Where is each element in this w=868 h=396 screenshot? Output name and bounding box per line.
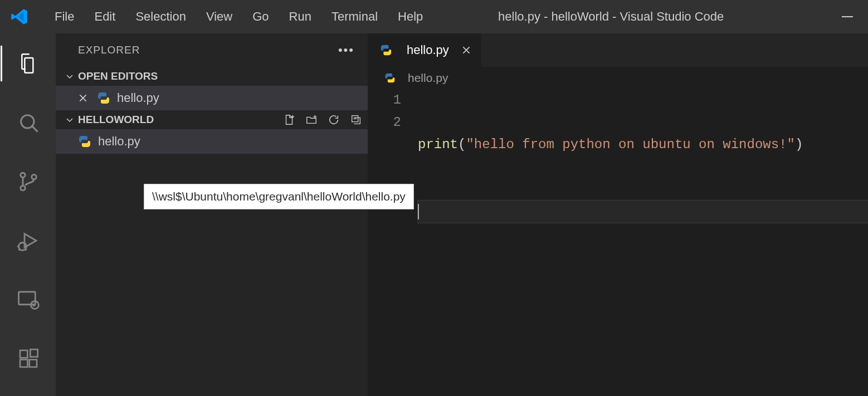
extensions-icon	[17, 348, 40, 370]
code-line[interactable]	[418, 201, 868, 223]
svg-point-5	[32, 175, 36, 179]
window-title: hello.py - helloWorld - Visual Studio Co…	[433, 9, 833, 24]
file-tree-item[interactable]: hello.py	[56, 129, 368, 154]
activity-remote[interactable]	[1, 282, 56, 317]
python-file-icon	[78, 135, 98, 148]
titlebar: File Edit Selection View Go Run Terminal…	[0, 0, 868, 33]
open-editors-header[interactable]: OPEN EDITORS	[56, 67, 368, 86]
debug-icon	[17, 229, 40, 252]
menu-run[interactable]: Run	[279, 6, 321, 27]
close-icon[interactable]	[78, 93, 92, 103]
svg-rect-14	[30, 360, 37, 367]
svg-line-8	[26, 250, 27, 251]
code-editor[interactable]: 1 2 print("hello from python on ubuntu o…	[368, 89, 868, 267]
tab-label: hello.py	[407, 43, 449, 57]
svg-point-1	[21, 115, 34, 128]
editor-tabs: hello.py	[368, 33, 868, 67]
menu-bar: File Edit Selection View Go Run Terminal…	[45, 6, 433, 27]
activity-extensions[interactable]	[1, 341, 56, 377]
svg-rect-0	[842, 16, 853, 17]
new-file-icon[interactable]	[283, 114, 295, 126]
activity-explorer[interactable]	[1, 46, 56, 81]
activity-search[interactable]	[1, 105, 56, 140]
open-editor-item[interactable]: hello.py	[56, 86, 368, 110]
file-path-tooltip: \\wsl$\Ubuntu\home\gregvanl\helloWorld\h…	[144, 184, 414, 209]
more-actions-icon[interactable]: •••	[338, 43, 354, 57]
chevron-down-icon	[65, 71, 75, 81]
remote-icon	[17, 288, 40, 311]
python-file-icon	[97, 91, 117, 105]
activity-source-control[interactable]	[1, 164, 56, 199]
menu-terminal[interactable]: Terminal	[321, 6, 388, 27]
collapse-all-icon[interactable]	[350, 114, 362, 126]
menu-help[interactable]: Help	[388, 6, 433, 27]
file-name: hello.py	[117, 91, 159, 105]
new-folder-icon[interactable]	[305, 114, 318, 126]
svg-point-4	[21, 186, 25, 190]
close-icon[interactable]	[457, 45, 471, 55]
vscode-logo-icon	[7, 7, 45, 26]
breadcrumb-label: hello.py	[408, 71, 448, 85]
chevron-down-icon	[65, 115, 75, 125]
text-cursor	[418, 204, 419, 219]
explorer-title: EXPLORER	[78, 44, 140, 56]
refresh-icon[interactable]	[328, 114, 340, 126]
editor-tab[interactable]: hello.py	[368, 33, 481, 67]
svg-rect-15	[30, 349, 37, 356]
search-icon	[17, 111, 40, 134]
menu-edit[interactable]: Edit	[84, 6, 125, 27]
breadcrumb[interactable]: hello.py	[368, 67, 868, 89]
git-branch-icon	[17, 170, 40, 193]
svg-line-7	[19, 250, 20, 251]
open-editors-label: OPEN EDITORS	[78, 70, 158, 82]
activity-run-debug[interactable]	[1, 223, 56, 258]
explorer-sidebar: EXPLORER ••• OPEN EDITORS hello.py	[56, 33, 368, 396]
menu-view[interactable]: View	[196, 6, 242, 27]
svg-line-2	[32, 126, 38, 132]
editor-area: hello.py hello.py 1 2 print("hello from	[368, 33, 868, 396]
menu-file[interactable]: File	[45, 6, 84, 27]
menu-selection[interactable]: Selection	[125, 6, 196, 27]
minimize-button[interactable]	[833, 6, 861, 28]
line-number: 1	[368, 89, 401, 111]
svg-rect-12	[20, 350, 27, 358]
line-numbers: 1 2	[368, 89, 418, 267]
files-icon	[17, 52, 40, 75]
svg-rect-10	[19, 292, 36, 305]
activity-bar	[0, 33, 56, 396]
code-line[interactable]: print("hello from python on ubuntu on wi…	[418, 134, 868, 156]
folder-label: HELLOWORLD	[78, 114, 154, 126]
svg-point-3	[21, 173, 25, 177]
python-file-icon	[380, 44, 399, 56]
file-name: hello.py	[98, 134, 140, 149]
folder-header[interactable]: HELLOWORLD	[56, 110, 368, 129]
line-number: 2	[368, 111, 401, 134]
menu-go[interactable]: Go	[242, 6, 279, 27]
python-file-icon	[384, 72, 402, 84]
svg-rect-13	[20, 360, 27, 367]
